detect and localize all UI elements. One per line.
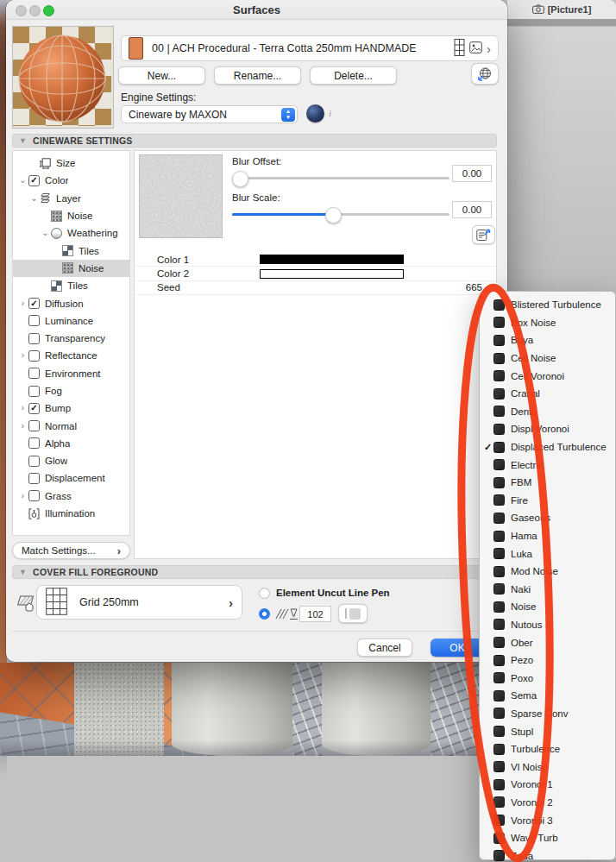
menu-item-pezo[interactable]: Pezo <box>480 651 615 670</box>
chevron-right-icon[interactable]: › <box>17 299 28 308</box>
tree-item-diffusion[interactable]: ›✓Diffusion <box>13 294 129 311</box>
tree-item-grass[interactable]: ›Grass <box>13 488 129 505</box>
tree-item-noise[interactable]: Noise <box>13 207 129 224</box>
chevron-down-icon[interactable]: ⌄ <box>17 176 28 185</box>
info-icon[interactable]: i <box>329 108 331 118</box>
pen-number-field[interactable]: 102 <box>299 606 331 622</box>
new-button[interactable]: New... <box>118 66 205 85</box>
color-swatch[interactable] <box>260 269 404 279</box>
tree-item-tiles[interactable]: Tiles <box>13 242 129 259</box>
menu-item-voronoi-2[interactable]: Voronoi 2 <box>480 794 615 812</box>
tree-item-glow[interactable]: Glow <box>13 452 129 469</box>
menu-item-sema[interactable]: Sema <box>480 687 615 705</box>
chevron-right-icon[interactable]: › <box>17 492 28 500</box>
menu-item-wavy-turb[interactable]: Wavy Turb <box>480 829 615 847</box>
zoom-button[interactable] <box>43 5 54 16</box>
download-surfaces-button[interactable] <box>471 63 499 85</box>
menu-item-electric[interactable]: Electric <box>480 456 615 474</box>
property-row-color-2[interactable]: Color 2 <box>135 267 497 280</box>
menu-item-voronoi-1[interactable]: Voronoi 1 <box>480 776 615 794</box>
chevron-right-icon[interactable]: › <box>17 422 28 431</box>
tree-item-noise[interactable]: Noise <box>13 260 129 277</box>
menu-item-nutous[interactable]: Nutous <box>480 616 615 634</box>
menu-item-naki[interactable]: Naki <box>480 581 615 599</box>
tree-item-reflectance[interactable]: ›Reflectance <box>13 347 129 364</box>
match-settings-button[interactable]: Match Settings... › <box>12 542 130 559</box>
engine-select[interactable]: Cineware by MAXON ▲▼ <box>121 105 298 123</box>
chevron-down-icon[interactable]: ⌄ <box>28 194 40 203</box>
tree-item-normal[interactable]: ›Normal <box>13 417 129 434</box>
blur-offset-slider[interactable] <box>232 170 449 186</box>
menu-item-displ-voronoi[interactable]: Displ Voronoi <box>480 420 615 438</box>
menu-item-buya[interactable]: Buya <box>480 331 615 349</box>
custom-pen-radio[interactable] <box>259 608 270 620</box>
tree-item-alpha[interactable]: Alpha <box>13 435 129 452</box>
section-cineware-settings[interactable]: ▼ CINEWARE SETTINGS <box>12 134 497 148</box>
ok-button[interactable]: OK <box>431 639 484 657</box>
tree-item-luminance[interactable]: Luminance <box>13 312 129 330</box>
menu-item-noise[interactable]: Noise <box>480 598 615 616</box>
blur-scale-value[interactable]: 0.00 <box>452 201 492 218</box>
chevron-down-icon[interactable]: ⌄ <box>40 229 51 237</box>
cover-fill-selector[interactable]: Grid 250mm › <box>36 585 242 620</box>
menu-item-vl-noise[interactable]: Vl Noise <box>480 758 615 776</box>
dialog-titlebar[interactable]: Surfaces <box>6 0 507 20</box>
menu-item-cranal[interactable]: Cranal <box>480 385 615 403</box>
tree-item-bump[interactable]: ›✓Bump <box>13 400 129 417</box>
checkbox-checked-icon[interactable]: ✓ <box>28 298 40 309</box>
texture-image-icon[interactable] <box>469 41 482 56</box>
menu-item-turbulence[interactable]: Turbulence <box>480 740 615 758</box>
checkbox-unchecked-icon[interactable] <box>28 368 40 379</box>
menu-item-displaced-turbulence[interactable]: ✓Displaced Turbulence <box>480 438 615 456</box>
tree-item-illumination[interactable]: Illumination <box>13 505 129 522</box>
menu-item-cell-voronoi[interactable]: Cell Voronoi <box>480 367 615 385</box>
rename-button[interactable]: Rename... <box>214 66 301 85</box>
chevron-right-icon[interactable]: › <box>17 404 28 412</box>
checkbox-unchecked-icon[interactable] <box>28 350 40 362</box>
blur-scale-slider[interactable] <box>232 206 449 222</box>
element-uncut-line-pen-radio[interactable] <box>259 588 270 599</box>
chevron-right-icon[interactable]: › <box>487 42 491 55</box>
checkbox-unchecked-icon[interactable] <box>28 333 40 344</box>
menu-item-ober[interactable]: Ober <box>480 633 615 651</box>
tree-item-environment[interactable]: Environment <box>13 365 129 382</box>
tree-item-weathering[interactable]: ⌄Weathering <box>13 224 129 242</box>
menu-item-hama[interactable]: Hama <box>480 527 615 545</box>
menu-item-fbm[interactable]: FBM <box>480 474 615 492</box>
minimize-button[interactable] <box>29 5 41 16</box>
close-button[interactable] <box>16 5 27 16</box>
blur-offset-value[interactable]: 0.00 <box>452 165 492 182</box>
edit-shader-button[interactable] <box>472 225 495 244</box>
checkbox-unchecked-icon[interactable] <box>28 473 40 484</box>
menu-item-gaseous[interactable]: Gaseous <box>480 509 615 527</box>
tree-item-color[interactable]: ⌄✓Color <box>13 172 129 189</box>
menu-item-zada[interactable]: Zada <box>480 846 615 862</box>
cancel-button[interactable]: Cancel <box>357 639 412 657</box>
tree-item-tiles[interactable]: Tiles <box>13 277 129 294</box>
menu-item-poxo[interactable]: Poxo <box>480 669 615 687</box>
color-swatch[interactable] <box>260 255 404 264</box>
checkbox-checked-icon[interactable]: ✓ <box>28 403 40 414</box>
checkbox-checked-icon[interactable]: ✓ <box>28 175 40 186</box>
menu-item-dents[interactable]: Dents <box>480 403 615 421</box>
select-stepper-icon[interactable]: ▲▼ <box>281 108 295 122</box>
pen-color-button[interactable] <box>338 604 368 623</box>
chevron-right-icon[interactable]: › <box>17 351 28 360</box>
checkbox-unchecked-icon[interactable] <box>28 490 40 501</box>
property-row-color-1[interactable]: Color 1 <box>135 253 497 267</box>
fill-grid-icon[interactable] <box>454 39 465 59</box>
menu-item-stupl[interactable]: Stupl <box>480 722 615 740</box>
property-row-seed[interactable]: Seed665 <box>135 281 497 295</box>
menu-item-luka[interactable]: Luka <box>480 544 615 563</box>
checkbox-unchecked-icon[interactable] <box>28 315 40 326</box>
checkbox-unchecked-icon[interactable] <box>28 420 40 431</box>
material-name-field[interactable]: 00 | ACH Procedural - Terra Cotta 250mm … <box>121 35 499 61</box>
tree-item-transparency[interactable]: Transparency <box>13 330 129 347</box>
noise-preview-thumbnail[interactable] <box>139 154 223 238</box>
tree-item-size[interactable]: Size <box>13 154 129 172</box>
section-cover-fill-foreground[interactable]: ▼ COVER FILL FOREGROUND <box>12 565 497 579</box>
checkbox-unchecked-icon[interactable] <box>28 456 40 467</box>
tree-item-layer[interactable]: ⌄Layer <box>13 190 129 207</box>
checkbox-unchecked-icon[interactable] <box>28 437 40 449</box>
menu-item-cell-noise[interactable]: Cell Noise <box>480 349 615 368</box>
